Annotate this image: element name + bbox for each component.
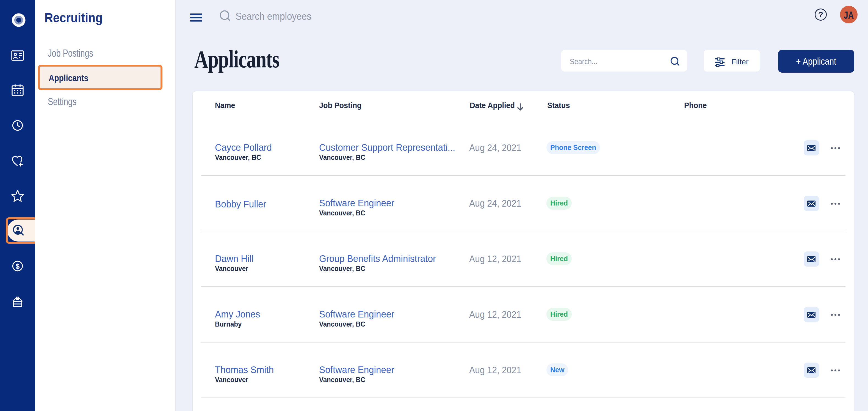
svg-text:$: $ (16, 262, 20, 270)
